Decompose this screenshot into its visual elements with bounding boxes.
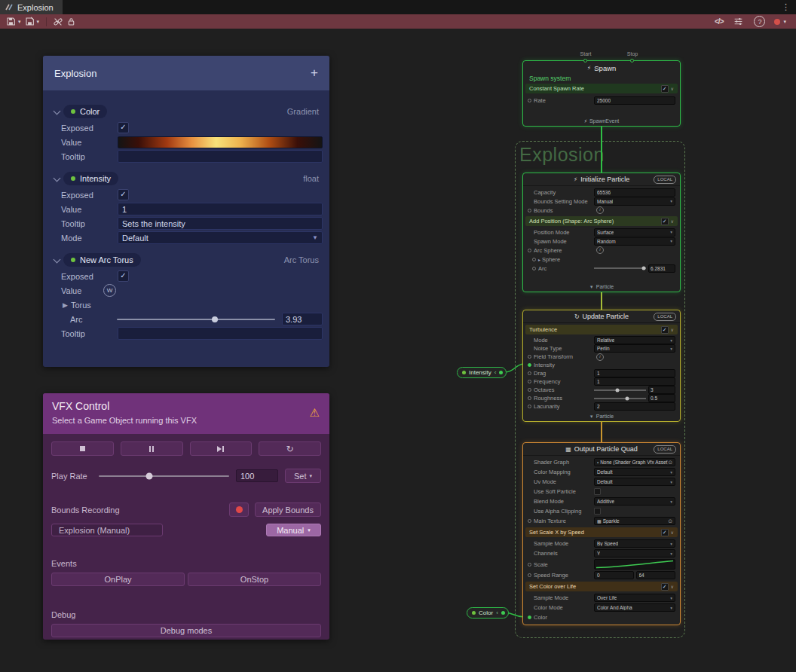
restart-button[interactable]: ↻ — [259, 441, 321, 456]
spawn-node[interactable]: Start Stop ⚡ Spawn Spawn system Constant… — [522, 60, 681, 127]
bounds-port[interactable] — [528, 209, 531, 212]
octaves-slider[interactable] — [594, 389, 646, 391]
field-transform-port[interactable] — [528, 355, 531, 359]
spawn-out-port[interactable]: ⚡ SpawnEvent — [523, 116, 680, 126]
initialize-node-header[interactable]: ⚡ Initialize Particle LOCAL — [523, 173, 680, 186]
update-out-port[interactable]: ▼ Particle — [523, 411, 680, 421]
lock-button[interactable] — [65, 17, 78, 26]
block-turbulence[interactable]: Turbulence ✓ ∨ — [525, 325, 678, 334]
color-mode-dropdown[interactable]: Color And Alpha▾ — [594, 603, 675, 612]
onplay-button[interactable]: OnPlay — [51, 573, 185, 586]
frequency-field[interactable]: 1 — [594, 377, 675, 386]
mode-dropdown[interactable]: Default▼ — [118, 231, 323, 244]
roughness-value-field[interactable]: 0.5 — [648, 394, 675, 402]
scale-curve-field[interactable] — [594, 559, 675, 570]
block-enabled-checkbox[interactable]: ✓ — [661, 529, 669, 536]
pause-button[interactable] — [121, 441, 183, 456]
arc-sphere-port[interactable] — [528, 249, 531, 252]
torus-tooltip-input[interactable] — [118, 327, 323, 340]
object-picker-icon[interactable]: ⊙ — [668, 518, 672, 524]
property-pill-color[interactable]: Color — [63, 105, 107, 118]
unlink-button[interactable] — [51, 17, 65, 27]
arc-port[interactable] — [532, 267, 536, 270]
onstop-button[interactable]: OnStop — [188, 573, 321, 586]
block-constant-spawn-rate[interactable]: Constant Spawn Rate ✓ ∨ — [525, 84, 678, 93]
spawn-stop-port[interactable] — [630, 59, 634, 63]
intensity-value-input[interactable]: 1 — [118, 203, 323, 215]
step-button[interactable] — [190, 441, 253, 456]
system-name-label[interactable]: Explosion — [519, 144, 605, 166]
use-alpha-clipping-checkbox[interactable] — [594, 508, 601, 515]
section-intensity[interactable]: Intensity float — [43, 169, 329, 188]
lacunarity-port[interactable] — [528, 405, 531, 408]
drag-field[interactable]: 1 — [594, 369, 675, 377]
tab-explosion[interactable]: Explosion — [0, 0, 63, 14]
speed-range-max-field[interactable]: 64 — [636, 571, 676, 579]
save-dropdown-caret[interactable]: ▾ — [18, 19, 21, 25]
scale-port[interactable] — [528, 563, 531, 567]
arc-value-field[interactable]: 6.2831 — [648, 264, 675, 273]
param-output-port[interactable] — [499, 371, 503, 374]
main-texture-port[interactable] — [528, 519, 531, 523]
play-rate-slider[interactable] — [99, 475, 229, 477]
block-collapse-caret[interactable]: ∨ — [671, 218, 674, 224]
add-property-button[interactable]: + — [311, 66, 318, 81]
exposed-checkbox[interactable]: ✓ — [118, 270, 129, 282]
object-picker-icon[interactable]: ⊙ — [668, 460, 672, 466]
position-mode-dropdown[interactable]: Surface▾ — [594, 228, 675, 237]
chevron-down-icon[interactable] — [53, 175, 63, 182]
param-node-color[interactable]: Color ‹ — [467, 607, 509, 619]
param-collapse-icon[interactable]: ‹ — [496, 610, 498, 616]
mode-dropdown[interactable]: Relative▾ — [594, 336, 675, 344]
play-rate-field[interactable]: 100 — [236, 469, 278, 482]
color-port-connected[interactable] — [528, 615, 531, 619]
roughness-port[interactable] — [528, 396, 531, 400]
use-soft-particle-checkbox[interactable] — [594, 488, 601, 495]
block-collapse-caret[interactable]: ∨ — [671, 584, 674, 589]
block-set-scale-x-by-speed[interactable]: Set Scale X by Speed ✓ ∨ — [525, 527, 678, 537]
help-button[interactable]: ? — [754, 16, 765, 27]
vfx-control-panel[interactable]: VFX Control Select a Game Object running… — [43, 393, 329, 640]
block-collapse-caret[interactable]: ∨ — [671, 530, 674, 535]
blackboard-panel[interactable]: Explosion + Color Gradient Exposed ✓ Val… — [43, 56, 329, 367]
record-bounds-button[interactable] — [229, 502, 249, 517]
save-as-button[interactable] — [23, 17, 36, 26]
update-node-header[interactable]: ↻ Update Particle LOCAL — [523, 310, 680, 323]
rate-port[interactable] — [528, 99, 531, 102]
wide-mode-badge[interactable]: W — [103, 284, 116, 297]
capacity-field[interactable]: 65536 — [594, 188, 675, 197]
save-as-dropdown-caret[interactable]: ▾ — [37, 19, 40, 25]
foldout-arrow-icon[interactable]: ▶ — [63, 301, 68, 309]
gradient-field[interactable] — [118, 136, 323, 148]
window-menu-icon[interactable]: ⋮ — [776, 2, 796, 12]
speed-range-min-field[interactable]: 0 — [594, 571, 634, 579]
section-color[interactable]: Color Gradient — [43, 102, 329, 121]
info-icon[interactable]: i — [596, 246, 604, 254]
uv-mode-dropdown[interactable]: Default▾ — [594, 478, 675, 486]
stop-button[interactable] — [51, 441, 114, 456]
update-particle-node[interactable]: ↻ Update Particle LOCAL Turbulence ✓ ∨ M… — [522, 310, 681, 422]
output-particle-quad-node[interactable]: ▦ Output Particle Quad LOCAL Shader Grap… — [522, 442, 681, 625]
bounds-mode-dropdown[interactable]: Manual ▾ — [266, 524, 321, 536]
asset-badge-dropdown[interactable]: ▾ — [774, 19, 788, 25]
block-set-color-over-life[interactable]: Set Color over Life ✓ ∨ — [525, 582, 678, 591]
spawn-start-port[interactable] — [583, 59, 587, 63]
block-enabled-checkbox[interactable]: ✓ — [661, 326, 669, 334]
arc-slider[interactable] — [594, 267, 646, 269]
sphere-port[interactable] — [532, 258, 536, 261]
spawn-mode-dropdown[interactable]: Random▾ — [594, 237, 675, 246]
block-enabled-checkbox[interactable]: ✓ — [661, 218, 669, 225]
block-add-position[interactable]: Add Position (Shape: Arc Sphere) ✓ ∨ — [525, 216, 678, 226]
graph-canvas[interactable]: Explosion Start Stop ⚡ Spawn Spawn syste… — [0, 29, 796, 672]
settings-sliders-button[interactable] — [732, 17, 745, 26]
chevron-down-icon[interactable] — [53, 108, 63, 115]
block-enabled-checkbox[interactable]: ✓ — [661, 583, 669, 591]
initialize-out-port[interactable]: ▼ Particle — [523, 282, 680, 292]
foldout-arrow-icon[interactable]: ▸ — [538, 257, 540, 262]
intensity-tooltip-input[interactable]: Sets the intensity — [118, 217, 323, 230]
initialize-particle-node[interactable]: ⚡ Initialize Particle LOCAL Capacity 655… — [522, 173, 681, 292]
save-button[interactable] — [5, 17, 17, 26]
frequency-port[interactable] — [528, 380, 531, 383]
param-output-port[interactable] — [501, 611, 505, 615]
lacunarity-field[interactable]: 2 — [594, 402, 675, 411]
